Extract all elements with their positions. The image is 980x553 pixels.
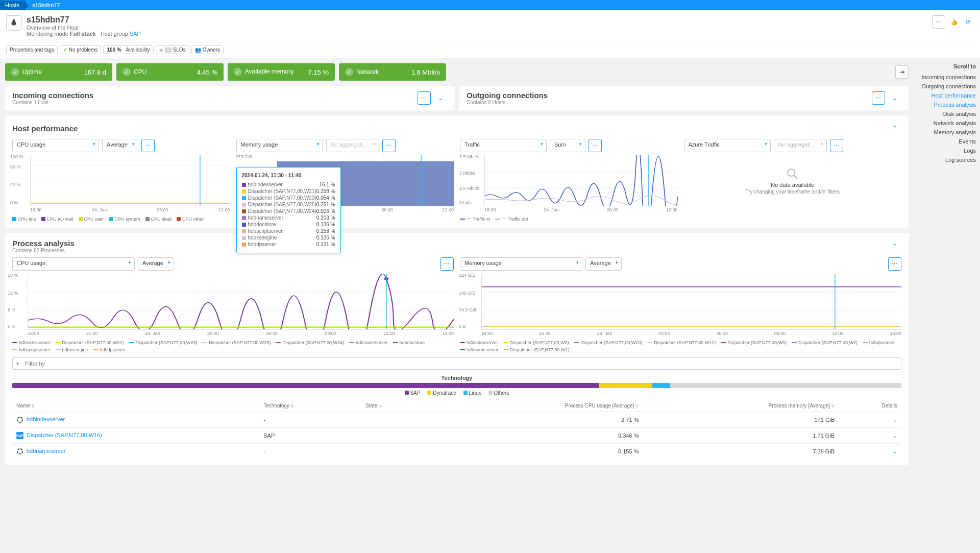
filter-input[interactable] bbox=[12, 357, 901, 370]
collapse-sidebar-button[interactable]: ⇥ bbox=[895, 65, 909, 79]
card-menu-button[interactable]: ⋯ bbox=[872, 91, 885, 105]
chart-cpu-usage: CPU usage Average ⋯ 100 % 80 % 40 % 0 % … bbox=[12, 139, 230, 222]
select-aggregation-disabled: No aggregati… bbox=[326, 139, 379, 152]
legend-item: hdbdocstore bbox=[393, 340, 425, 345]
select-metric-memory[interactable]: Memory usage bbox=[236, 139, 323, 152]
legend-item: hdbnameserver bbox=[349, 340, 388, 345]
technology-bar bbox=[12, 383, 901, 388]
scrollnav-item[interactable]: Logs bbox=[918, 146, 976, 155]
tag-owners[interactable]: 👥Owners bbox=[191, 45, 224, 54]
chart-tooltip: 2024-01-24, 11:30 - 11:40 hdbindexserver… bbox=[236, 167, 341, 253]
section-sub: Contains 62 Processes. bbox=[12, 248, 75, 253]
legend-item: hdbnameserver bbox=[460, 347, 499, 352]
section-collapse-button[interactable]: ⌃ bbox=[888, 122, 901, 135]
process-link[interactable]: hdbnameserver bbox=[27, 448, 65, 454]
expand-row-button[interactable]: ⌄ bbox=[893, 417, 897, 423]
legend-item: hdbxsengine bbox=[56, 347, 88, 352]
card-sub: Contains 0 Hosts. bbox=[467, 100, 548, 105]
col-tech[interactable]: Technology bbox=[259, 400, 361, 412]
legend-item: hdbdpserver bbox=[93, 347, 126, 352]
scrollnav-item[interactable]: Network analysis bbox=[918, 118, 976, 128]
refresh-icon[interactable]: ⟳ bbox=[963, 18, 974, 26]
process-link[interactable]: hdbindexserver bbox=[27, 416, 65, 422]
host-os-icon bbox=[6, 15, 21, 31]
chart-process-cpu: CPU usage Average ⋯ 18 % 12 % 6 % 0 % bbox=[12, 257, 454, 352]
select-aggregation-avg[interactable]: Average bbox=[138, 257, 174, 271]
select-aggregation-avg[interactable]: Average bbox=[102, 139, 138, 152]
kpi-row: Uptime167.8 d CPU4.45 % Available memory… bbox=[5, 63, 909, 81]
select-aggregation-sum[interactable]: Sum bbox=[550, 139, 585, 152]
process-link[interactable]: Dispatcher (SAP,N77,00,W16) bbox=[27, 432, 102, 438]
select-metric-azure[interactable]: Azure Traffic bbox=[684, 139, 771, 152]
section-host-performance: Host performance ⌃ CPU usage Average ⋯ 1… bbox=[5, 115, 909, 228]
more-menu-button[interactable]: ⋯ bbox=[932, 15, 945, 29]
card-menu-button[interactable]: ⋯ bbox=[418, 91, 431, 105]
chart-menu-button[interactable]: ⋯ bbox=[830, 139, 843, 152]
tag-slos[interactable]: ◆0SLOs bbox=[156, 45, 189, 54]
legend-item: CPU user bbox=[79, 217, 104, 222]
chart-process-memory: Memory usage Average ⋯ 224 GiB 149 GiB 7… bbox=[460, 257, 901, 352]
tag-properties[interactable]: Properties and tags bbox=[6, 45, 58, 54]
chart-menu-button[interactable]: ⋯ bbox=[141, 139, 155, 152]
table-row[interactable]: SAPDispatcher (SAP,N77,00,W16) SAP0.346 … bbox=[12, 428, 901, 444]
legend-item: Dispatcher (SAP,N77,00,W1) bbox=[504, 347, 570, 352]
chart-menu-button[interactable]: ⋯ bbox=[589, 139, 602, 152]
table-row[interactable]: hdbnameserver -0.155 %7.38 GiB ⌄ bbox=[12, 444, 901, 460]
chart-memory-usage: Memory usage No aggregati… ⋯ 279 GiB 186… bbox=[236, 139, 454, 222]
expand-row-button[interactable]: ⌄ bbox=[893, 448, 897, 454]
scrollnav-item[interactable]: Outgoing connections bbox=[918, 82, 976, 91]
svg-point-8 bbox=[788, 169, 795, 176]
scrollnav-item[interactable]: Host performance bbox=[918, 91, 976, 100]
col-mem[interactable]: Process memory [Average] bbox=[643, 400, 839, 412]
section-title: Host performance bbox=[12, 124, 78, 133]
legend-item: CPU idle bbox=[12, 217, 36, 222]
card-title: Outgoing connections bbox=[467, 91, 548, 100]
host-group-link[interactable]: SAP bbox=[130, 31, 141, 37]
card-collapse-button[interactable]: ⌄ bbox=[888, 91, 901, 105]
card-collapse-button[interactable]: ⌄ bbox=[434, 91, 447, 105]
breadcrumb-root[interactable]: Hosts bbox=[0, 1, 24, 10]
svg-point-18 bbox=[17, 449, 22, 454]
legend-item: Dispatcher (SAP,N77,00,W24) bbox=[276, 340, 344, 345]
col-cpu[interactable]: Process CPU usage [Average] bbox=[427, 400, 643, 412]
legend-item: Dispatcher (SAP,N77,00,W3) bbox=[503, 340, 569, 345]
kpi-network[interactable]: Network1.6 Mbit/s bbox=[339, 63, 446, 81]
tag-availability[interactable]: 100 % Availability bbox=[103, 45, 153, 54]
scrollnav-item[interactable]: Events bbox=[918, 137, 976, 146]
kpi-uptime[interactable]: Uptime167.8 d bbox=[5, 63, 112, 81]
thumbs-up-icon[interactable]: 👍 bbox=[948, 18, 960, 26]
legend-item: SAP bbox=[405, 390, 421, 396]
select-metric-traffic[interactable]: Traffic bbox=[460, 139, 547, 152]
select-metric-cpu[interactable]: CPU usage bbox=[12, 139, 99, 152]
legend-item: CPU system bbox=[109, 217, 140, 222]
col-name[interactable]: Name bbox=[12, 400, 259, 412]
scrollnav-item[interactable]: Incoming connections bbox=[918, 73, 976, 82]
page-meta: Monitoring mode Full stack Host group SA… bbox=[27, 31, 141, 37]
select-process-memory[interactable]: Memory usage bbox=[460, 257, 582, 271]
expand-row-button[interactable]: ⌄ bbox=[893, 432, 897, 439]
subheader: Properties and tags No problems 100 % Av… bbox=[0, 42, 980, 58]
kpi-cpu[interactable]: CPU4.45 % bbox=[116, 63, 224, 81]
table-row[interactable]: hdbindexserver -2.71 %171 GiB ⌄ bbox=[12, 412, 901, 428]
chart-azure-traffic: Azure Traffic No aggregati… ⋯ No data av… bbox=[684, 139, 902, 222]
scrollnav-item[interactable]: Log sources bbox=[918, 155, 976, 164]
legend-item: Dispatcher (SAP,N77,00,W9) bbox=[721, 340, 787, 345]
page-header: s15hdbn77 Overview of the Host Monitorin… bbox=[0, 10, 980, 42]
card-sub: Contains 1 Host. bbox=[12, 100, 93, 105]
page-subtitle: Overview of the Host bbox=[27, 25, 141, 31]
chart-menu-button[interactable]: ⋯ bbox=[382, 139, 396, 152]
col-state[interactable]: State bbox=[361, 400, 427, 412]
section-collapse-button[interactable]: ⌃ bbox=[888, 239, 901, 253]
card-outgoing-connections: Outgoing connections Contains 0 Hosts. ⋯… bbox=[459, 86, 909, 110]
select-process-cpu[interactable]: CPU usage bbox=[12, 257, 135, 271]
tag-problems[interactable]: No problems bbox=[60, 45, 102, 54]
scrollnav-item[interactable]: Disk analysis bbox=[918, 109, 976, 118]
col-details: Details bbox=[839, 400, 901, 412]
select-aggregation-avg[interactable]: Average bbox=[585, 257, 622, 271]
chart-menu-button[interactable]: ⋯ bbox=[888, 257, 901, 271]
scrollnav-item[interactable]: Memory analysis bbox=[918, 128, 976, 137]
scrollnav-item[interactable]: Process analysis bbox=[918, 100, 976, 109]
kpi-memory[interactable]: Available memory7.15 % bbox=[228, 63, 335, 81]
breadcrumb-current[interactable]: s15hdbn77 bbox=[24, 1, 65, 10]
chart-menu-button[interactable]: ⋯ bbox=[440, 257, 454, 271]
